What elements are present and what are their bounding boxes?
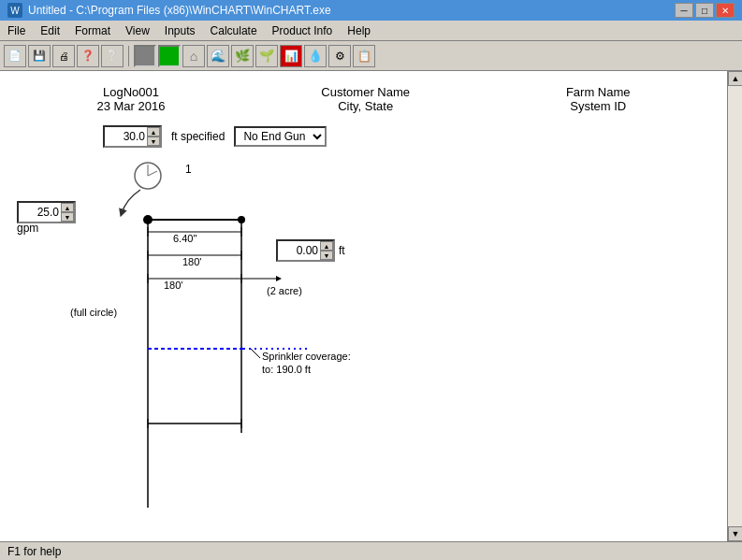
end-gun-dropdown[interactable]: No End Gun End Gun Custom [234, 126, 327, 147]
scroll-down-button[interactable]: ▼ [728, 526, 742, 541]
header-col1: LogNo001 23 Mar 2016 [96, 85, 165, 113]
svg-text:6.40": 6.40" [173, 233, 196, 244]
svg-text:(full circle): (full circle) [70, 307, 117, 318]
svg-text:180': 180' [164, 280, 182, 291]
chart-svg: 1 6.40" 180' [19, 152, 674, 508]
menu-help[interactable]: Help [340, 21, 378, 40]
main-container: LogNo001 23 Mar 2016 Customer Name City,… [0, 71, 742, 541]
menu-file[interactable]: File [0, 21, 33, 40]
top-spinner-up[interactable]: ▲ [147, 127, 160, 136]
svg-marker-22 [276, 276, 282, 281]
top-spinner-container: 30.0 ▲ ▼ [103, 125, 162, 148]
tool3[interactable]: ⌂ [182, 45, 205, 67]
content-area: LogNo001 23 Mar 2016 Customer Name City,… [0, 71, 727, 541]
right-spinner-label: ft [339, 244, 345, 257]
svg-text:to: 190.0 ft: to: 190.0 ft [262, 364, 311, 375]
left-spinner-container: 25.0 ▲ ▼ [17, 201, 76, 223]
svg-text:(2 acre): (2 acre) [267, 285, 302, 296]
right-spinner-input[interactable]: 0.00 [278, 241, 320, 260]
new-button[interactable]: 📄 [4, 45, 26, 67]
save-button[interactable]: 💾 [28, 45, 51, 67]
left-spinner-up[interactable]: ▲ [61, 203, 74, 212]
svg-text:1: 1 [185, 163, 192, 176]
maximize-button[interactable]: □ [695, 3, 714, 18]
minimize-button[interactable]: ─ [675, 3, 693, 18]
menu-edit[interactable]: Edit [33, 21, 67, 40]
tool6[interactable]: 🌱 [255, 45, 278, 67]
right-spinner-container: 0.00 ▲ ▼ [276, 239, 335, 262]
svg-text:Sprinkler coverage:: Sprinkler coverage: [262, 351, 351, 362]
farm-name: Farm Name [566, 85, 631, 99]
left-spinner-down[interactable]: ▼ [61, 212, 74, 222]
city-state: City, State [321, 99, 410, 113]
app-icon: W [7, 3, 22, 18]
close-button[interactable]: ✕ [716, 3, 735, 18]
menu-product-info[interactable]: Product Info [265, 21, 341, 40]
top-spinner-label: ft specified [171, 130, 225, 143]
menu-format[interactable]: Format [67, 21, 118, 40]
top-spinner-input[interactable]: 30.0 [105, 127, 147, 146]
menu-inputs[interactable]: Inputs [157, 21, 203, 40]
right-spinner-up[interactable]: ▲ [320, 241, 333, 251]
right-spinner-down[interactable]: ▼ [320, 251, 333, 260]
tool8[interactable]: 💧 [304, 45, 327, 67]
toolbar: 📄 💾 🖨 ❓ ❔ ⌂ 🌊 🌿 🌱 📊 💧 ⚙ 📋 [0, 41, 742, 71]
menu-calculate[interactable]: Calculate [203, 21, 265, 40]
help-button[interactable]: ❓ [77, 45, 99, 67]
status-text: F1 for help [7, 545, 61, 558]
scroll-up-button[interactable]: ▲ [728, 71, 742, 86]
window-title: Untitled - C:\Program Files (x86)\WinCHA… [28, 4, 331, 17]
customer-name: Customer Name [321, 85, 410, 99]
scroll-track[interactable] [728, 86, 742, 526]
svg-line-27 [251, 349, 260, 358]
top-spinner-down[interactable]: ▼ [147, 136, 160, 146]
svg-text:180': 180' [182, 256, 201, 267]
menu-bar: File Edit Format View Inputs Calculate P… [0, 21, 742, 41]
menu-view[interactable]: View [118, 21, 157, 40]
tool9[interactable]: ⚙ [328, 45, 351, 67]
title-bar: W Untitled - C:\Program Files (x86)\WinC… [0, 0, 742, 21]
gpm-label: gpm [17, 222, 38, 235]
vertical-scrollbar[interactable]: ▲ ▼ [727, 71, 742, 541]
tool4[interactable]: 🌊 [207, 45, 229, 67]
header-col3: Farm Name System ID [566, 85, 631, 113]
log-date: 23 Mar 2016 [96, 99, 165, 113]
system-id: System ID [566, 99, 631, 113]
header-col2: Customer Name City, State [321, 85, 410, 113]
tool7[interactable]: 📊 [280, 45, 302, 67]
chart-header: LogNo001 23 Mar 2016 Customer Name City,… [0, 71, 727, 118]
tool1[interactable] [134, 45, 156, 67]
tool2[interactable] [158, 45, 181, 67]
help2-button[interactable]: ❔ [101, 45, 124, 67]
tool5[interactable]: 🌿 [231, 45, 254, 67]
tool10[interactable]: 📋 [353, 45, 375, 67]
print-button[interactable]: 🖨 [52, 45, 75, 67]
log-number: LogNo001 [96, 85, 165, 99]
left-spinner-input[interactable]: 25.0 [19, 203, 61, 222]
status-bar: F1 for help [0, 541, 742, 560]
